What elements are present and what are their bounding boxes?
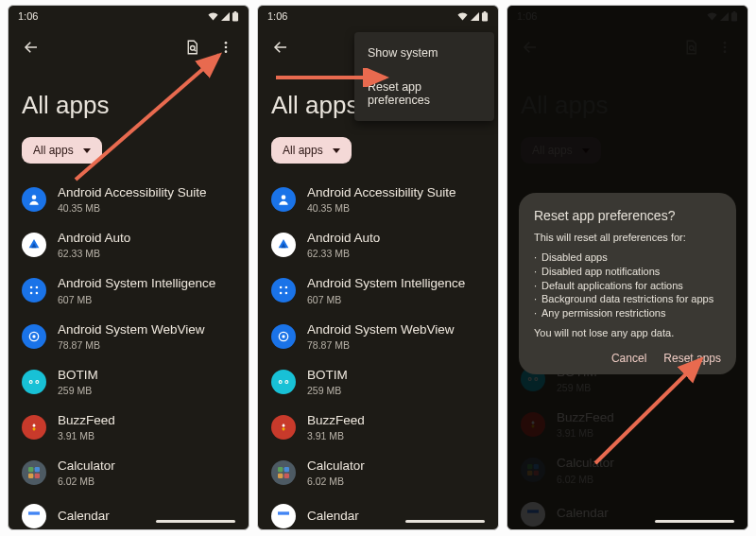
menu-item-reset-preferences[interactable]: Reset app preferences — [354, 70, 494, 117]
gesture-nav-handle[interactable] — [655, 520, 734, 523]
app-row[interactable]: BuzzFeed 3.91 MB — [20, 405, 237, 450]
clock: 1:06 — [267, 10, 287, 22]
app-bar — [9, 26, 249, 68]
status-bar: 1:06 — [258, 6, 498, 26]
chevron-down-icon — [83, 148, 91, 153]
app-row[interactable]: Android Accessibility Suite 40.35 MB — [269, 177, 487, 222]
svg-point-12 — [32, 335, 35, 337]
app-name: Android System WebView — [58, 322, 205, 337]
dialog-bullet: Any permission restrictions — [534, 306, 721, 320]
menu-item-show-system[interactable]: Show system — [354, 36, 494, 70]
dialog-confirm-button[interactable]: Reset apps — [663, 352, 721, 365]
svg-point-15 — [30, 381, 32, 383]
app-name: Android Auto — [58, 231, 130, 246]
app-size: 259 MB — [58, 385, 98, 396]
app-name: Android System Intelligence — [58, 276, 215, 291]
svg-rect-23 — [28, 512, 40, 515]
signal-icon — [470, 11, 479, 21]
dialog-title: Reset app preferences? — [534, 208, 721, 223]
svg-rect-25 — [484, 11, 486, 13]
svg-point-8 — [36, 286, 39, 289]
app-size: 6.02 MB — [58, 475, 115, 487]
dialog-cancel-button[interactable]: Cancel — [611, 352, 646, 365]
filter-chip-label: All apps — [283, 144, 323, 157]
svg-point-5 — [225, 50, 228, 53]
back-button[interactable] — [14, 30, 48, 64]
svg-point-28 — [285, 286, 288, 289]
app-row[interactable]: Android Auto 62.33 MB — [20, 222, 237, 268]
app-row[interactable]: Android Accessibility Suite 40.35 MB — [20, 177, 237, 222]
gesture-nav-handle[interactable] — [156, 520, 235, 523]
app-size: 78.87 MB — [307, 339, 455, 351]
status-icons — [208, 11, 239, 22]
filter-chip[interactable]: All apps — [271, 137, 352, 164]
overflow-menu-button[interactable] — [209, 30, 243, 64]
svg-rect-43 — [278, 512, 289, 515]
app-size: 40.35 MB — [58, 202, 207, 214]
svg-point-26 — [282, 195, 286, 199]
status-icons — [457, 11, 489, 22]
app-name: BuzzFeed — [58, 413, 115, 428]
app-row[interactable]: Android System WebView 78.87 MB — [269, 314, 487, 359]
phone-3: 1:06 All apps — [507, 5, 748, 530]
signal-icon — [220, 11, 230, 21]
app-name: Calendar — [58, 509, 110, 524]
app-size: 6.02 MB — [307, 475, 365, 487]
app-list[interactable]: Android Accessibility Suite 40.35 MB And… — [9, 177, 249, 530]
svg-point-3 — [225, 42, 228, 44]
filter-chip-label: All apps — [33, 144, 74, 157]
svg-point-6 — [32, 195, 37, 199]
app-row[interactable]: Android System Intelligence 607 MB — [269, 268, 487, 313]
wifi-icon — [457, 11, 468, 21]
app-size: 40.35 MB — [307, 202, 456, 214]
app-row[interactable]: Calculator 6.02 MB — [20, 450, 237, 495]
svg-rect-20 — [28, 474, 33, 478]
svg-rect-24 — [482, 12, 488, 21]
app-name: BuzzFeed — [307, 413, 365, 428]
app-row[interactable]: Calendar — [20, 495, 237, 530]
app-row[interactable]: Calendar — [269, 495, 487, 530]
gesture-nav-handle[interactable] — [405, 520, 485, 523]
app-size: 607 MB — [58, 294, 215, 305]
clock: 1:06 — [18, 10, 38, 22]
svg-point-29 — [280, 292, 283, 295]
svg-point-35 — [280, 381, 282, 383]
svg-point-10 — [36, 292, 39, 295]
app-row[interactable]: Calculator 6.02 MB — [269, 450, 487, 495]
back-button[interactable] — [264, 30, 298, 64]
app-name: Android Auto — [307, 231, 380, 246]
dialog-lead: This will reset all preferences for: — [534, 231, 721, 245]
svg-point-9 — [30, 292, 33, 295]
app-size: 607 MB — [307, 294, 465, 305]
svg-rect-19 — [35, 467, 40, 472]
status-bar: 1:06 — [9, 6, 249, 26]
app-row[interactable]: BOTIM 259 MB — [269, 359, 487, 405]
app-name: Android System Intelligence — [307, 276, 465, 291]
reset-preferences-dialog: Reset app preferences? This will reset a… — [519, 193, 736, 374]
battery-icon — [232, 11, 239, 22]
app-row[interactable]: Android System Intelligence 607 MB — [20, 268, 237, 313]
filter-chip[interactable]: All apps — [22, 137, 102, 164]
battery-icon — [481, 11, 489, 22]
dialog-note: You will not lose any app data. — [534, 326, 721, 340]
app-size: 259 MB — [307, 385, 348, 396]
app-list[interactable]: Android Accessibility Suite 40.35 MB And… — [258, 177, 498, 530]
phone-1: 1:06 All apps — [8, 5, 249, 530]
app-row[interactable]: Android Auto 62.33 MB — [269, 222, 487, 268]
file-search-icon — [183, 39, 200, 56]
svg-rect-21 — [35, 474, 40, 478]
app-row[interactable]: BuzzFeed 3.91 MB — [269, 405, 487, 450]
app-row[interactable]: BOTIM 259 MB — [20, 359, 237, 405]
svg-rect-38 — [278, 467, 283, 472]
svg-rect-41 — [284, 474, 289, 478]
app-name: Android System WebView — [307, 322, 455, 337]
svg-point-7 — [30, 286, 33, 289]
app-name: Android Accessibility Suite — [58, 185, 207, 200]
svg-point-16 — [36, 381, 38, 383]
app-size: 62.33 MB — [58, 248, 130, 259]
app-row[interactable]: Android System WebView 78.87 MB — [20, 314, 237, 359]
screen-title: All apps — [9, 68, 249, 137]
search-page-button[interactable] — [175, 30, 209, 64]
svg-point-27 — [280, 286, 283, 289]
app-size: 78.87 MB — [58, 339, 205, 351]
